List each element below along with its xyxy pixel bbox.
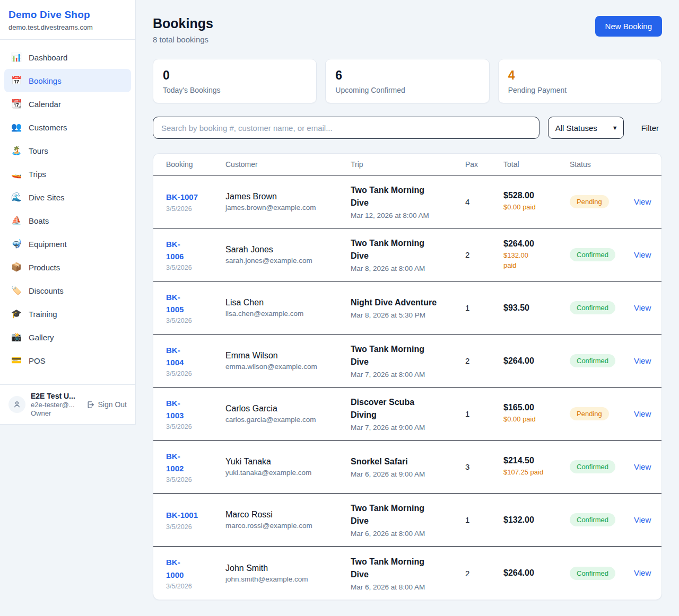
booking-id-link[interactable]: BK-1001 bbox=[166, 509, 198, 521]
booking-date: 3/5/2026 bbox=[166, 317, 225, 324]
booking-date: 3/5/2026 bbox=[166, 370, 225, 377]
table-row: BK- 1004 3/5/2026 Emma Wilson emma.wilso… bbox=[153, 335, 661, 388]
sidebar-item-pos[interactable]: 💳 POS bbox=[4, 349, 131, 372]
total-amount: $93.50 bbox=[503, 303, 570, 313]
trip-name: Snorkel Safari bbox=[351, 455, 442, 468]
sidebar-item-equipment[interactable]: 🤿 Equipment bbox=[4, 232, 131, 256]
sidebar-item-label: Boats bbox=[29, 216, 49, 225]
table-header-row: Booking Customer Trip Pax Total Status bbox=[153, 154, 661, 175]
trip-datetime: Mar 7, 2026 at 8:00 AM bbox=[351, 371, 446, 379]
status-badge: Confirmed bbox=[570, 354, 615, 367]
paid-amount: $0.00 paid bbox=[503, 203, 570, 213]
view-link[interactable]: View bbox=[634, 197, 651, 206]
total-bookings-count: 8 total bookings bbox=[153, 35, 213, 44]
booking-date: 3/5/2026 bbox=[166, 423, 225, 430]
total-amount: $165.00 bbox=[503, 403, 570, 412]
customer-email: john.smith@example.com bbox=[225, 575, 351, 583]
customer-name: Yuki Tanaka bbox=[225, 457, 351, 467]
pax-value: 2 bbox=[465, 250, 503, 259]
status-cell: Pending bbox=[570, 407, 634, 420]
sidebar-item-training[interactable]: 🎓 Training bbox=[4, 302, 131, 325]
booking-cell: BK- 1005 3/5/2026 bbox=[166, 291, 225, 325]
trip-cell: Two Tank Morning Dive Mar 12, 2026 at 8:… bbox=[351, 184, 465, 219]
logout-icon bbox=[86, 400, 95, 409]
customer-name: James Brown bbox=[225, 192, 351, 201]
customer-name: John Smith bbox=[225, 564, 351, 573]
trip-cell: Two Tank Morning Dive Mar 6, 2026 at 8:0… bbox=[351, 502, 465, 538]
sidebar-item-boats[interactable]: ⛵ Boats bbox=[4, 209, 131, 232]
customer-email: emma.wilson@example.com bbox=[225, 363, 351, 371]
column-header-pax: Pax bbox=[465, 160, 503, 169]
user-name: E2E Test U... bbox=[31, 392, 81, 400]
view-link[interactable]: View bbox=[634, 515, 651, 524]
view-link[interactable]: View bbox=[634, 250, 651, 259]
new-booking-button[interactable]: New Booking bbox=[595, 16, 662, 37]
booking-id-link[interactable]: BK- 1003 bbox=[166, 397, 184, 422]
status-cell: Pending bbox=[570, 195, 634, 208]
user-role: Owner bbox=[31, 409, 81, 417]
sidebar-item-label: Tours bbox=[29, 146, 48, 155]
sidebar-item-products[interactable]: 📦 Products bbox=[4, 256, 131, 279]
actions-cell: View bbox=[634, 197, 651, 207]
booking-cell: BK- 1006 3/5/2026 bbox=[166, 238, 225, 272]
sidebar-item-calendar[interactable]: 📆 Calendar bbox=[4, 92, 131, 116]
customer-email: james.brown@example.com bbox=[225, 204, 351, 212]
total-cell: $264.00 bbox=[503, 568, 570, 578]
tear-off-calendar-icon: 📆 bbox=[11, 100, 22, 108]
booking-date: 3/5/2026 bbox=[166, 476, 225, 483]
sidebar-item-gallery[interactable]: 📸 Gallery bbox=[4, 325, 131, 349]
sidebar-nav: 📊 Dashboard 📅 Bookings 📆 Calendar 👥 Cust… bbox=[0, 40, 135, 384]
filter-button[interactable]: Filter bbox=[638, 119, 662, 137]
sidebar-item-trips[interactable]: 🚤 Trips bbox=[4, 162, 131, 186]
people-icon: 👥 bbox=[11, 123, 22, 131]
status-cell: Confirmed bbox=[570, 248, 634, 261]
total-amount: $264.00 bbox=[503, 356, 570, 366]
view-link[interactable]: View bbox=[634, 356, 651, 365]
sidebar-item-dashboard[interactable]: 📊 Dashboard bbox=[4, 46, 131, 69]
trip-datetime: Mar 8, 2026 at 5:30 PM bbox=[351, 311, 446, 319]
customer-cell: Yuki Tanaka yuki.tanaka@example.com bbox=[225, 457, 351, 477]
customer-name: Carlos Garcia bbox=[225, 404, 351, 413]
view-link[interactable]: View bbox=[634, 409, 651, 418]
sidebar-item-bookings[interactable]: 📅 Bookings bbox=[4, 69, 131, 92]
user-meta: E2E Test U... e2e-tester@... Owner bbox=[31, 392, 81, 417]
booking-id-link[interactable]: BK- 1000 bbox=[166, 556, 184, 581]
sign-out-button[interactable]: Sign Out bbox=[86, 400, 127, 409]
status-filter-wrap: All Statuses ▼ bbox=[548, 117, 624, 139]
search-input[interactable] bbox=[153, 117, 539, 139]
pax-value: 4 bbox=[465, 197, 503, 206]
sidebar-item-dive-sites[interactable]: 🌊 Dive Sites bbox=[4, 186, 131, 209]
total-amount: $132.00 bbox=[503, 515, 570, 525]
customer-cell: Marco Rossi marco.rossi@example.com bbox=[225, 510, 351, 530]
customer-email: lisa.chen@example.com bbox=[225, 310, 351, 318]
customer-email: carlos.garcia@example.com bbox=[225, 416, 351, 424]
status-badge: Confirmed bbox=[570, 248, 615, 261]
trip-name: Discover Scuba Diving bbox=[351, 396, 442, 421]
sidebar-item-label: Products bbox=[29, 263, 60, 272]
table-row: BK-1001 3/5/2026 Marco Rossi marco.rossi… bbox=[153, 494, 661, 547]
column-header-status: Status bbox=[570, 160, 634, 169]
sidebar-item-discounts[interactable]: 🏷️ Discounts bbox=[4, 279, 131, 302]
booking-id-link[interactable]: BK- 1006 bbox=[166, 238, 184, 263]
booking-id-link[interactable]: BK- 1004 bbox=[166, 344, 184, 369]
customer-name: Lisa Chen bbox=[225, 298, 351, 307]
customer-name: Marco Rossi bbox=[225, 510, 351, 520]
column-header-trip: Trip bbox=[351, 160, 465, 169]
status-filter-select[interactable]: All Statuses bbox=[548, 117, 624, 139]
pax-value: 1 bbox=[465, 409, 503, 418]
trip-datetime: Mar 6, 2026 at 8:00 AM bbox=[351, 530, 446, 538]
wave-icon: 🌊 bbox=[11, 193, 22, 201]
stats-row: 0 Today's Bookings 6 Upcoming Confirmed … bbox=[153, 59, 662, 103]
view-link[interactable]: View bbox=[634, 303, 651, 312]
booking-id-link[interactable]: BK- 1005 bbox=[166, 291, 184, 316]
main-content: Bookings 8 total bookings New Booking 0 … bbox=[136, 0, 679, 616]
person-icon bbox=[13, 400, 21, 409]
booking-id-link[interactable]: BK- 1002 bbox=[166, 450, 184, 475]
sidebar-item-customers[interactable]: 👥 Customers bbox=[4, 116, 131, 139]
booking-id-link[interactable]: BK-1007 bbox=[166, 191, 198, 203]
sidebar-item-tours[interactable]: 🏝️ Tours bbox=[4, 139, 131, 162]
view-link[interactable]: View bbox=[634, 568, 651, 577]
view-link[interactable]: View bbox=[634, 462, 651, 471]
sidebar-item-label: POS bbox=[29, 356, 46, 365]
total-amount: $264.00 bbox=[503, 568, 570, 578]
